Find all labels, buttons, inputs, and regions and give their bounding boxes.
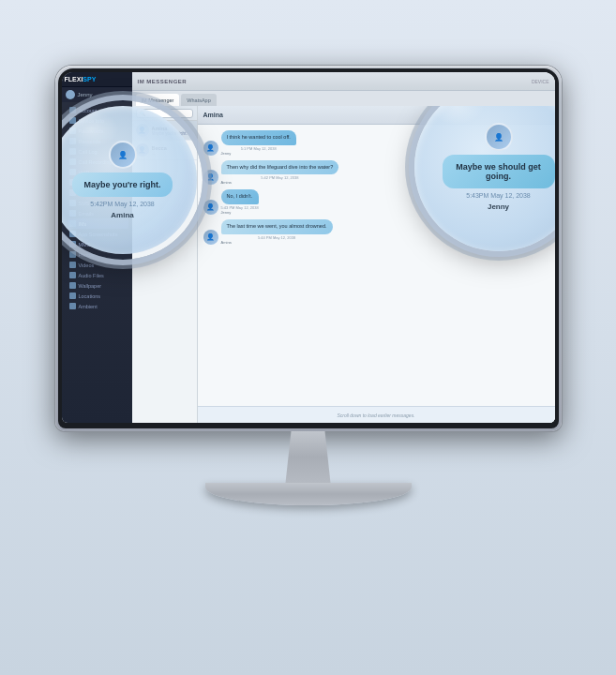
monitor-bezel: FLEXISPY Jenny Account Device Info Passw… bbox=[55, 66, 562, 431]
account-icon bbox=[69, 107, 76, 113]
sidebar-label: Ambient bbox=[79, 304, 98, 309]
msg-bubble: Then why did the lifeguard dive into the… bbox=[221, 160, 339, 175]
top-bar: IM MESSENGER DEVICE bbox=[132, 72, 555, 91]
monitor-neck bbox=[280, 431, 337, 483]
sidebar-item-wallpaper[interactable]: Wallpaper bbox=[68, 280, 128, 291]
videos-icon bbox=[69, 262, 76, 268]
magnify-left-avatar: 👤 bbox=[109, 141, 137, 169]
sidebar-item-locations[interactable]: Locations bbox=[68, 291, 128, 301]
msg-block: Then why did the lifeguard dive into the… bbox=[221, 160, 339, 186]
msg-avatar: 👤 bbox=[203, 141, 218, 156]
footer-text: Scroll down to load earlier messages. bbox=[337, 412, 414, 418]
chat-footer: Scroll down to load earlier messages. bbox=[198, 406, 555, 423]
magnify-right-time: 5:43PM May 12, 2038 bbox=[466, 192, 531, 199]
monitor-outer: FLEXISPY Jenny Account Device Info Passw… bbox=[46, 66, 571, 609]
msg-avatar: 👤 bbox=[203, 200, 218, 215]
sidebar-item-videos[interactable]: Videos bbox=[68, 260, 128, 270]
msg-sender: Amina bbox=[221, 180, 339, 185]
chat-contact-name: Amina bbox=[203, 112, 223, 118]
magnify-left-bubble: Maybe you're right. bbox=[72, 172, 172, 197]
monitor-screen: FLEXISPY Jenny Account Device Info Passw… bbox=[62, 72, 555, 423]
page-wrapper: FLEXISPY Jenny Account Device Info Passw… bbox=[0, 0, 616, 675]
msg-bubble: I think he wanted to cool off. bbox=[221, 130, 296, 145]
chat-area: Amina 👤 I think he wanted to cool off. 5… bbox=[198, 106, 555, 423]
main-content: IM MESSENGER DEVICE IM MessengerWhatsApp bbox=[132, 72, 555, 423]
magnify-right-content: 👤 Maybe we should get going. 5:43PM May … bbox=[443, 123, 555, 211]
sidebar-label: Locations bbox=[79, 293, 101, 299]
sidebar-item-ambient[interactable]: Ambient bbox=[68, 301, 128, 311]
tab-whatsapp[interactable]: WhatsApp bbox=[181, 94, 216, 106]
msg-sender: Jenny bbox=[221, 151, 296, 156]
magnify-left-name: Amina bbox=[111, 211, 133, 219]
logo: FLEXISPY bbox=[65, 76, 97, 82]
sidebar-label: Audio Files bbox=[79, 273, 104, 278]
screen-frame: FLEXISPY Jenny Account Device Info Passw… bbox=[58, 68, 559, 428]
msg-sender: Amina bbox=[221, 240, 333, 245]
msg-block: No, I didn't. 5:43 PM May 12, 2038 Jenny bbox=[221, 189, 259, 215]
sidebar-label: Videos bbox=[79, 262, 95, 268]
device-label: DEVICE bbox=[532, 79, 549, 84]
section-title: IM MESSENGER bbox=[138, 79, 188, 84]
ambient-icon bbox=[69, 303, 76, 309]
sidebar-item-audio-files[interactable]: Audio Files bbox=[68, 270, 128, 280]
tab-bar: IM MessengerWhatsApp bbox=[132, 91, 555, 106]
msg-sender: Jenny bbox=[221, 210, 259, 215]
wallpaper-icon bbox=[69, 282, 76, 289]
user-avatar bbox=[66, 90, 75, 99]
locations-icon bbox=[69, 292, 76, 299]
msg-bubble: The last time we went, you almost drowne… bbox=[221, 219, 333, 234]
magnify-right-name: Jenny bbox=[488, 202, 509, 211]
screen-content: FLEXISPY Jenny Account Device Info Passw… bbox=[62, 72, 555, 423]
magnify-left-content: 👤 Maybe you're right. 5:42PM May 12, 203… bbox=[72, 141, 172, 219]
magnify-right-bubble: Maybe we should get going. bbox=[443, 155, 555, 188]
msg-avatar: 👤 bbox=[203, 230, 218, 245]
sidebar-header: FLEXISPY bbox=[62, 72, 132, 87]
photos-icon bbox=[69, 251, 76, 258]
sidebar-label: Wallpaper bbox=[79, 283, 102, 289]
msg-avatar: 👤 bbox=[203, 170, 218, 185]
msg-bubble: No, I didn't. bbox=[221, 189, 259, 204]
magnify-right-avatar: 👤 bbox=[485, 123, 513, 151]
magnify-left-time: 5:42PM May 12, 2038 bbox=[90, 201, 155, 207]
msg-block: I think he wanted to cool off. 5:1 PM Ma… bbox=[221, 130, 296, 156]
audio-icon bbox=[69, 272, 76, 278]
monitor-base bbox=[205, 483, 412, 505]
user-name: Jenny bbox=[78, 92, 93, 98]
msg-block: The last time we went, you almost drowne… bbox=[221, 219, 333, 245]
